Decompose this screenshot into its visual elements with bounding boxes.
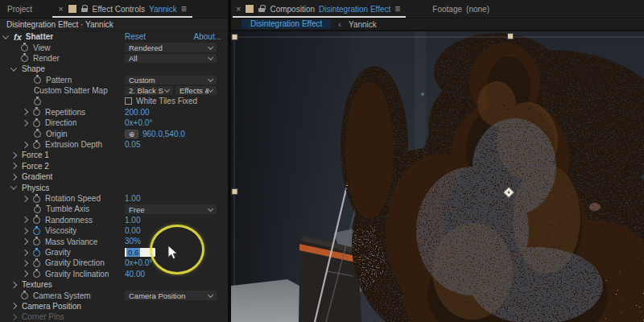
layer-handle-top-center[interactable] [508, 34, 514, 39]
row-camera-position[interactable]: Camera Position [0, 301, 228, 312]
row-gravity-inclination[interactable]: Gravity Inclination40.00 [0, 269, 228, 279]
row-pattern[interactable]: PatternCustom [0, 75, 228, 85]
twirl-closed-icon[interactable] [22, 238, 28, 245]
tab-composition[interactable]: × Composition Disintegration Effect ≡ [231, 0, 407, 18]
row-gravity-direction[interactable]: Gravity Direction0x+0.0° [0, 258, 228, 268]
twirl-closed-icon[interactable] [22, 120, 28, 126]
twirl-closed-icon[interactable] [10, 314, 17, 320]
dropdown-camera-system[interactable]: Camera Position [125, 291, 217, 300]
stopwatch-icon[interactable] [34, 76, 41, 84]
stopwatch-icon[interactable] [33, 260, 40, 267]
property-value[interactable]: 960.0,540.0 [142, 130, 185, 138]
stopwatch-icon[interactable] [33, 217, 40, 224]
panel-menu-icon[interactable]: ≡ [394, 4, 400, 14]
property-value[interactable]: 30% [125, 237, 141, 246]
twirl-closed-icon[interactable] [10, 174, 17, 180]
row-camera-system[interactable]: Camera SystemCamera Position [0, 290, 228, 300]
composition-viewer[interactable] [231, 30, 644, 322]
twirl-open-icon[interactable] [2, 32, 9, 39]
property-value[interactable]: 0x+0.0° [125, 118, 152, 127]
stopwatch-icon[interactable] [33, 250, 40, 257]
twirl-closed-icon[interactable] [22, 227, 28, 233]
dropdown-pattern[interactable]: Custom [125, 76, 217, 85]
row-repetitions[interactable]: Repetitions200.00 [0, 107, 228, 118]
stopwatch-icon[interactable] [21, 292, 28, 299]
dropdown-tumble-axis[interactable]: Free [125, 204, 217, 214]
row-rotation-speed[interactable]: Rotation Speed1.00 [0, 193, 228, 204]
tab-footage[interactable]: Footage (none) [425, 0, 497, 18]
lock-icon[interactable] [258, 5, 266, 13]
stopwatch-icon[interactable] [21, 44, 28, 52]
twirl-closed-icon[interactable] [22, 109, 28, 115]
layer-handle-left-middle[interactable] [232, 189, 237, 195]
twirl-closed-icon[interactable] [10, 303, 17, 309]
stopwatch-icon[interactable] [34, 130, 41, 138]
value-input-gravity[interactable]: 0.6 [125, 248, 155, 258]
dropdown-render[interactable]: All [125, 54, 217, 64]
row-gradient[interactable]: Gradient [0, 171, 228, 182]
stopwatch-icon[interactable] [34, 206, 41, 213]
twirl-closed-icon[interactable] [22, 141, 28, 147]
row-view[interactable]: ViewRendered [0, 42, 228, 52]
stopwatch-icon[interactable] [33, 238, 40, 246]
row-shape[interactable]: Shape [0, 64, 228, 74]
row-textures[interactable]: Textures [0, 279, 228, 290]
row-origin[interactable]: Origin⊕960.0,540.0 [0, 129, 228, 139]
property-value[interactable]: 0.00 [125, 226, 140, 235]
stopwatch-icon[interactable] [33, 142, 40, 149]
row-force-2[interactable]: Force 2 [0, 161, 228, 171]
property-value[interactable]: 0.05 [125, 140, 140, 149]
property-value[interactable]: 1.00 [125, 194, 140, 203]
dropdown-shatter-map-layer[interactable]: 2. Black S [125, 86, 173, 96]
layer-handle-top-left[interactable] [232, 35, 237, 40]
close-icon[interactable]: × [236, 5, 241, 14]
row-mass-variance[interactable]: Mass Variance30% [0, 236, 228, 246]
twirl-closed-icon[interactable] [22, 217, 28, 223]
row-custom-shatter-map[interactable]: Custom Shatter Map2. Black SEffects & [0, 85, 228, 96]
stopwatch-icon[interactable] [33, 196, 40, 203]
point-picker-icon[interactable]: ⊕ [125, 130, 138, 138]
reset-link[interactable]: Reset [125, 32, 146, 41]
row-randomness[interactable]: Randomness1.00 [0, 215, 228, 225]
composition-canvas[interactable] [231, 30, 644, 322]
panel-menu-icon[interactable]: ≡ [181, 4, 187, 14]
property-value[interactable]: 1.00 [125, 216, 140, 225]
row-gravity[interactable]: Gravity0.6 [0, 247, 228, 258]
row-direction[interactable]: Direction0x+0.0° [0, 118, 228, 128]
lock-icon[interactable] [81, 5, 89, 13]
twirl-closed-icon[interactable] [22, 270, 28, 277]
row-render[interactable]: RenderAll [0, 53, 228, 64]
property-value[interactable]: 40.00 [125, 270, 145, 279]
stopwatch-icon[interactable] [33, 270, 40, 278]
twirl-open-icon[interactable] [10, 64, 17, 71]
breadcrumb-parent-comp[interactable]: Yannick [349, 20, 377, 29]
row-physics[interactable]: Physics [0, 182, 228, 192]
about-link[interactable]: About... [194, 32, 221, 41]
checkbox-white-tiles-fixed[interactable] [125, 97, 132, 105]
row-extrusion-depth[interactable]: Extrusion Depth0.05 [0, 139, 228, 150]
row-tumble-axis[interactable]: Tumble AxisFree [0, 204, 228, 214]
twirl-closed-icon[interactable] [22, 260, 28, 266]
twirl-open-icon[interactable] [10, 183, 17, 189]
stopwatch-icon[interactable] [33, 109, 40, 116]
dropdown-view[interactable]: Rendered [125, 43, 217, 52]
row-corner-pins[interactable]: Corner Pins [0, 312, 228, 322]
close-icon[interactable]: × [58, 5, 63, 14]
row-viscosity[interactable]: Viscosity0.00 [0, 225, 228, 236]
stopwatch-icon[interactable] [21, 55, 28, 62]
twirl-closed-icon[interactable] [22, 249, 28, 255]
property-value[interactable]: 0x+0.0° [125, 258, 152, 267]
twirl-closed-icon[interactable] [10, 163, 17, 169]
row-force-1[interactable]: Force 1 [0, 150, 228, 160]
tab-project[interactable]: Project [0, 0, 39, 18]
twirl-closed-icon[interactable] [22, 195, 28, 201]
stopwatch-icon[interactable] [33, 228, 40, 235]
tab-effect-controls[interactable]: × Effect Controls Yannick ≡ [51, 0, 194, 18]
twirl-closed-icon[interactable] [10, 152, 17, 159]
dropdown-shatter-map-source[interactable]: Effects & [175, 86, 217, 96]
property-value[interactable]: 200.00 [125, 108, 150, 117]
twirl-closed-icon[interactable] [10, 281, 17, 287]
breadcrumb-active-comp[interactable]: Disintegration Effect [242, 19, 331, 29]
stopwatch-icon[interactable] [34, 98, 41, 105]
row-shatter[interactable]: fxShatterResetAbout... [0, 31, 228, 42]
